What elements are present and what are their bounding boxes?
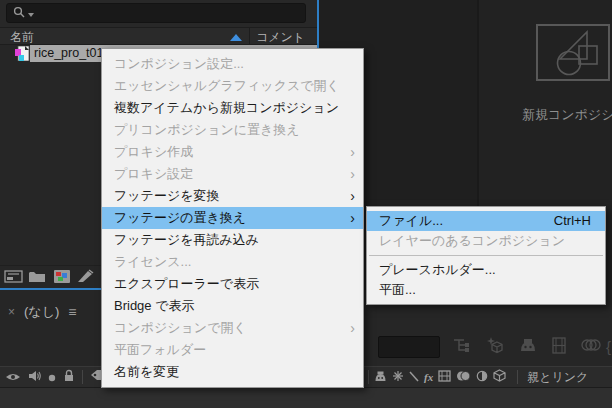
column-header-comment[interactable]: コメント: [256, 29, 305, 46]
collapse-transformations-icon: [392, 368, 404, 386]
switches-columns: fx 親とリンク: [368, 367, 588, 387]
motion-blur-icon[interactable]: [581, 337, 601, 357]
video-eye-icon: [5, 368, 21, 386]
search-input[interactable]: [6, 3, 306, 23]
column-divider: [368, 370, 369, 384]
frame-blending-icon[interactable]: [551, 337, 567, 358]
shy-column-icon: [374, 368, 387, 386]
menu-item-replace-with-precomp[interactable]: プリコンポジションに置き換え: [102, 119, 363, 141]
graph-editor-icon[interactable]: {: [606, 338, 611, 355]
search-options-caret-icon[interactable]: [28, 13, 34, 17]
quality-icon: [409, 368, 419, 386]
timeline-tab-label: (なし): [24, 303, 59, 321]
delete-button[interactable]: [77, 269, 94, 287]
column-divider[interactable]: [249, 28, 250, 44]
project-column-headers: 名前 コメント: [0, 27, 317, 45]
column-header-name[interactable]: 名前: [10, 29, 34, 46]
submenu-item-file[interactable]: ファイル... Ctrl+H: [367, 211, 605, 231]
replace-footage-submenu: ファイル... Ctrl+H レイヤーのあるコンポジション プレースホルダー..…: [366, 206, 606, 305]
new-composition-label: 新規コンポジション: [522, 106, 612, 124]
menu-item-rename[interactable]: 名前を変更: [102, 361, 363, 383]
new-folder-button[interactable]: [28, 269, 46, 287]
submenu-item-with-layered-comp[interactable]: レイヤーのあるコンポジション: [367, 231, 605, 251]
shortcut-label: Ctrl+H: [554, 211, 591, 231]
lock-icon: [63, 368, 75, 386]
submenu-arrow-icon: ›: [350, 163, 355, 185]
timeline-toggle-buttons: [452, 336, 601, 358]
menu-item-create-proxy[interactable]: プロキシ作成›: [102, 141, 363, 163]
menu-item-open-in-composition[interactable]: コンポジションで開く›: [102, 317, 363, 339]
new-composition-shapes-icon: [538, 26, 608, 79]
search-icon: [13, 6, 25, 21]
context-menu: コンポジション設定... エッセンシャルグラフィックスで開く 複数アイテムから新…: [101, 48, 364, 388]
audio-speaker-icon: [28, 368, 41, 386]
project-search-row: [0, 0, 317, 27]
adjustment-layer-icon: [476, 368, 488, 386]
menu-item-composition-settings[interactable]: コンポジション設定...: [102, 53, 363, 75]
submenu-item-solid[interactable]: 平面...: [367, 280, 605, 300]
close-icon[interactable]: ×: [8, 305, 15, 319]
new-composition-button[interactable]: [53, 269, 71, 288]
menu-item-reload-footage[interactable]: フッテージを再読み込み: [102, 229, 363, 251]
motion-blur-column-icon: [456, 368, 471, 386]
parent-link-column-header: 親とリンク: [527, 369, 588, 386]
interpret-footage-button[interactable]: [4, 269, 23, 287]
3d-layer-icon: [493, 368, 506, 386]
submenu-arrow-icon: ›: [350, 317, 355, 339]
menu-item-replace-footage[interactable]: フッテージの置き換え›: [102, 207, 363, 229]
solo-icon: [48, 368, 56, 386]
submenu-item-placeholder[interactable]: プレースホルダー...: [367, 260, 605, 280]
submenu-arrow-icon: ›: [350, 141, 355, 163]
submenu-arrow-icon: ›: [350, 207, 355, 229]
after-effects-window: 名前 コメント rice_pro_t01.mo: [0, 0, 612, 408]
column-divider: [82, 370, 83, 384]
menu-item-reveal-in-explorer[interactable]: エクスプローラーで表示: [102, 273, 363, 295]
mini-flowchart-icon[interactable]: [452, 337, 471, 357]
menu-item-set-proxy[interactable]: プロキシ設定›: [102, 163, 363, 185]
column-divider: [517, 370, 518, 384]
timeline-lower-area: [0, 388, 612, 408]
frame-blend-column-icon: [438, 368, 451, 386]
draft-3d-icon[interactable]: [485, 336, 505, 358]
menu-item-interpret-footage[interactable]: フッテージを変換›: [102, 185, 363, 207]
panel-menu-icon[interactable]: ≡: [68, 304, 76, 320]
footage-thumbnail-icon: [15, 46, 30, 65]
menu-separator: [369, 255, 603, 256]
timeline-search-field[interactable]: [378, 336, 440, 358]
menu-item-solids-folder[interactable]: 平面フォルダー: [102, 339, 363, 361]
effects-fx-icon: fx: [424, 371, 433, 383]
shy-layers-icon[interactable]: [519, 338, 537, 356]
sort-ascending-icon[interactable]: [230, 34, 242, 41]
menu-item-open-in-essential-graphics[interactable]: エッセンシャルグラフィックスで開く: [102, 75, 363, 97]
timeline-tab[interactable]: × (なし) ≡: [8, 303, 76, 321]
menu-item-new-comp-from-selection[interactable]: 複数アイテムから新規コンポジション: [102, 97, 363, 119]
submenu-arrow-icon: ›: [350, 185, 355, 207]
av-features-columns: [5, 367, 113, 387]
menu-item-license[interactable]: ライセンス...: [102, 251, 363, 273]
new-composition-big-button[interactable]: [536, 24, 610, 81]
menu-item-reveal-in-bridge[interactable]: Bridge で表示: [102, 295, 363, 317]
